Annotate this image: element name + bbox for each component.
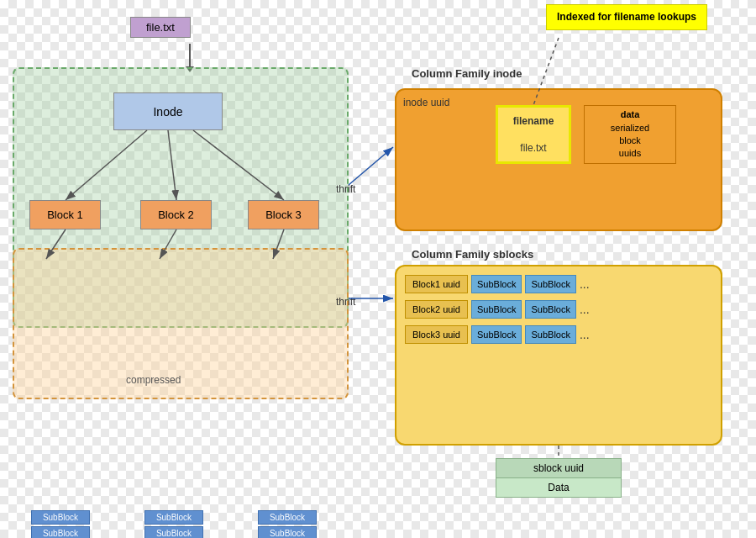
subblock: SubBlock — [144, 526, 203, 538]
cf-inode-title: Column Family inode — [412, 67, 522, 80]
thrift-label-2: thrift — [336, 296, 355, 308]
sblock-data-label: Data — [496, 478, 622, 498]
subblock-group-3: SubBlock SubBlock SubBlock SubBlock SubB… — [258, 510, 317, 538]
subblock-group-1: SubBlock SubBlock SubBlock SubBlock SubB… — [31, 510, 90, 538]
file-txt-box: file.txt — [130, 17, 191, 38]
cf-sblocks-title: Column Family sblocks — [412, 248, 533, 261]
subblock-cell: SubBlock — [525, 275, 575, 293]
block1-uuid: Block1 uuid — [405, 275, 468, 293]
arrow-filetxt-down — [189, 44, 191, 67]
sblock-row-1: Block1 uuid SubBlock SubBlock ... — [405, 275, 712, 293]
sblock-uuid-container: sblock uuid Data — [496, 458, 622, 498]
thrift-label-1: thrift — [336, 183, 355, 195]
subblock-cell: SubBlock — [525, 325, 575, 344]
sblock-row-2: Block2 uuid SubBlock SubBlock ... — [405, 300, 712, 319]
block1-box: Block 1 — [29, 200, 101, 229]
filename-header: filename — [513, 115, 554, 127]
dots: ... — [580, 328, 590, 341]
subblock: SubBlock — [258, 510, 317, 525]
dots: ... — [580, 277, 590, 291]
subblock-cell: SubBlock — [525, 300, 575, 319]
block2-box: Block 2 — [140, 200, 212, 229]
subblock: SubBlock — [31, 510, 90, 525]
subblock-cell: SubBlock — [471, 300, 522, 319]
indexed-label: Indexed for filename lookups — [546, 4, 707, 30]
inode-label: Inode — [153, 105, 182, 119]
data-cell: data serializedblockuuids — [584, 105, 676, 164]
block2-uuid: Block2 uuid — [405, 300, 468, 319]
file-txt-label: file.txt — [146, 21, 175, 34]
dots: ... — [580, 303, 590, 316]
subblock: SubBlock — [31, 526, 90, 538]
inode-box: Inode — [113, 92, 223, 130]
block3-box: Block 3 — [248, 200, 319, 229]
sblocks-box: Block1 uuid SubBlock SubBlock ... Block2… — [395, 265, 722, 446]
subblock: SubBlock — [144, 510, 203, 525]
subblock-group-2: SubBlock SubBlock SubBlock SubBlock SubB… — [144, 510, 203, 538]
inode-uuid-label: inode uuid — [403, 97, 449, 108]
block3-uuid: Block3 uuid — [405, 325, 468, 344]
subblock-cell: SubBlock — [471, 275, 522, 293]
subblock: SubBlock — [258, 526, 317, 538]
data-value: serializedblockuuids — [611, 122, 649, 161]
arrow-thrift1 — [349, 147, 393, 185]
filename-value: file.txt — [520, 142, 546, 154]
sblock-uuid-label: sblock uuid — [496, 458, 622, 478]
sblock-row-3: Block3 uuid SubBlock SubBlock ... — [405, 325, 712, 344]
data-header: data — [621, 108, 640, 121]
subblock-cell: SubBlock — [471, 325, 522, 344]
filename-cell: filename file.txt — [496, 105, 571, 164]
compressed-label: compressed — [126, 374, 181, 386]
